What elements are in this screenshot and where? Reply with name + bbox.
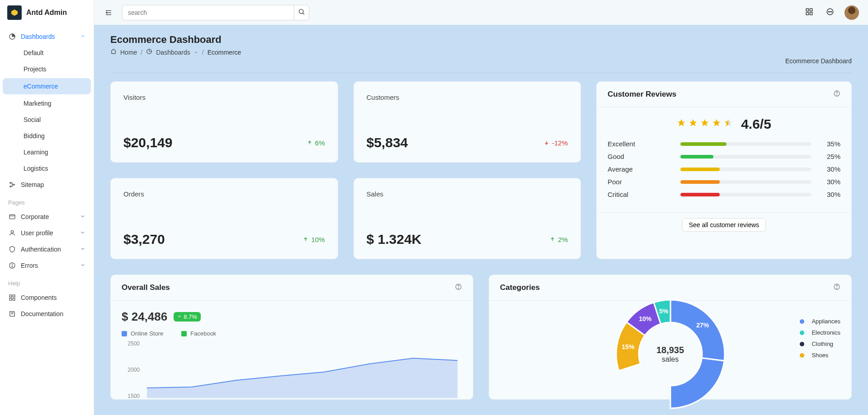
search-input[interactable] <box>122 5 294 20</box>
apps-button[interactable] <box>803 6 816 19</box>
svg-point-28 <box>830 11 830 12</box>
stat-delta: 10% <box>303 236 325 243</box>
nav-icon <box>8 213 16 220</box>
breadcrumb-home[interactable]: Home <box>120 49 137 56</box>
svg-line-21 <box>303 13 304 14</box>
card-sales: Overall Sales $ 24,486 8.7 <box>110 275 473 400</box>
bar-track <box>680 193 811 196</box>
nav-dashboards[interactable]: Dashboards <box>0 28 94 45</box>
card-reviews: Customer Reviews 4.6/5 Excellent35%Good2… <box>596 81 852 259</box>
svg-rect-24 <box>806 12 808 14</box>
stars <box>677 118 733 130</box>
nav-authentication[interactable]: Authentication <box>0 241 94 257</box>
nav-section-pages: Pages <box>0 193 94 209</box>
legend-swatch <box>181 331 187 336</box>
bar-pct: 35% <box>819 140 840 148</box>
nav-errors[interactable]: Errors <box>0 257 94 274</box>
legend-item: Appliances <box>800 318 840 325</box>
svg-marker-39 <box>701 119 709 126</box>
review-row-critical: Critical30% <box>608 191 840 198</box>
nav-icon <box>8 246 16 253</box>
nav-sitemap[interactable]: Sitemap <box>0 177 94 193</box>
svg-point-45 <box>836 288 837 289</box>
nav-section-help: Help <box>0 274 94 289</box>
y-tick: 1500 <box>122 393 140 399</box>
sidebar-item-marketing[interactable]: Marketing <box>0 95 94 112</box>
stat-label: Customers <box>367 93 568 101</box>
legend-item: Facebook <box>181 330 216 337</box>
arrow-up-icon <box>550 236 555 243</box>
legend-item: Electronics <box>800 329 840 336</box>
star-icon <box>689 118 698 130</box>
nav-icon <box>8 294 16 301</box>
donut-legend: AppliancesElectronicsClothingShoes <box>800 318 840 359</box>
sidebar-item-logistics[interactable]: Logistics <box>0 160 94 177</box>
nav-label: Components <box>21 294 85 301</box>
messages-button[interactable] <box>824 6 836 19</box>
sidebar: Antd Admin Dashboards DefaultProjectseCo… <box>0 0 94 415</box>
legend-label: Online Store <box>131 330 163 337</box>
bar-pct: 25% <box>819 153 840 160</box>
donut-center-label: sales <box>656 355 684 364</box>
chat-icon <box>826 8 834 18</box>
bar-track <box>680 142 811 146</box>
branch-icon <box>8 181 16 188</box>
svg-point-29 <box>831 11 832 12</box>
sales-title: Overall Sales <box>122 283 170 292</box>
y-tick: 2000 <box>122 367 140 373</box>
bar-pct: 30% <box>819 178 840 186</box>
svg-rect-11 <box>9 295 12 297</box>
content: Ecommerce Dashboard Home / Dashboards <box>94 25 868 415</box>
nav-label: Errors <box>21 262 75 269</box>
nav-user-profile[interactable]: User profile <box>0 225 94 241</box>
svg-point-27 <box>828 11 829 12</box>
stat-label: Orders <box>123 190 325 198</box>
stat-delta: 2% <box>550 236 568 243</box>
nav-dashboards-label: Dashboards <box>21 33 75 40</box>
sidebar-item-bidding[interactable]: Bidding <box>0 128 94 144</box>
svg-marker-38 <box>689 119 697 126</box>
brand-name: Antd Admin <box>26 9 67 17</box>
help-icon[interactable] <box>833 90 840 99</box>
review-row-average: Average30% <box>608 165 840 173</box>
bar-track <box>680 168 811 171</box>
stats-grid: Visitors$20,1496%Customers$5,834-12%Orde… <box>110 81 581 259</box>
donut-center: 18,935 sales <box>656 345 684 364</box>
sidebar-item-projects[interactable]: Projects <box>0 61 94 77</box>
legend-label: Clothing <box>811 340 833 347</box>
see-reviews-button[interactable]: See all customer reviews <box>682 218 766 232</box>
legend-dot <box>800 319 804 324</box>
sidebar-item-social[interactable]: Social <box>0 112 94 128</box>
help-icon[interactable] <box>833 283 840 292</box>
help-icon[interactable] <box>455 283 462 292</box>
nav-documentation[interactable]: Documentation <box>0 306 94 322</box>
nav-components[interactable]: Components <box>0 289 94 306</box>
sidebar-item-default[interactable]: Default <box>0 45 94 61</box>
star-half-icon <box>724 118 733 130</box>
stat-value: $ 1.324K <box>367 232 422 247</box>
nav-label: Documentation <box>21 310 85 317</box>
svg-point-3 <box>10 186 11 187</box>
nav-icon <box>8 229 16 237</box>
nav-corporate[interactable]: Corporate <box>0 209 94 225</box>
stat-card-visitors: Visitors$20,1496% <box>110 81 338 163</box>
sidebar-toggle[interactable] <box>103 7 114 18</box>
search-button[interactable] <box>294 5 309 20</box>
nav-label: Corporate <box>21 213 75 220</box>
svg-rect-12 <box>13 295 15 297</box>
bar-label: Good <box>608 153 673 160</box>
legend-label: Appliances <box>811 318 840 325</box>
avatar[interactable] <box>844 5 859 20</box>
nav-label: User profile <box>21 229 75 237</box>
search-wrap <box>122 5 309 20</box>
legend-swatch <box>122 331 127 336</box>
top-grid: Visitors$20,1496%Customers$5,834-12%Orde… <box>110 81 852 259</box>
home-icon <box>110 48 117 56</box>
svg-marker-40 <box>713 119 721 126</box>
breadcrumb: Home / Dashboards / Ecommerce <box>110 48 241 56</box>
stat-value: $5,834 <box>367 135 408 150</box>
sidebar-item-learning[interactable]: Learning <box>0 144 94 160</box>
page-subtitle: Ecommerce Dashboard <box>785 57 852 65</box>
sidebar-item-ecommerce[interactable]: eCommerce <box>3 78 91 94</box>
breadcrumb-dashboards[interactable]: Dashboards <box>156 49 190 56</box>
